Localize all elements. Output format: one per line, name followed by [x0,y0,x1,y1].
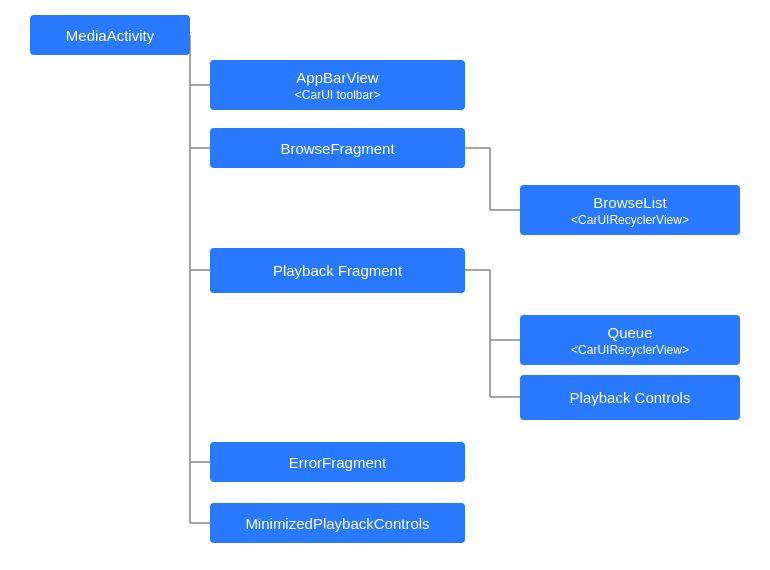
media-activity-label: MediaActivity [66,27,154,44]
queue-label: Queue [607,324,652,341]
error-fragment-label: ErrorFragment [289,454,387,471]
playback-fragment-node: Playback Fragment [210,248,465,293]
app-bar-view-label: AppBarView [296,69,378,86]
browse-list-subtitle: <CarUIRecyclerView> [571,213,689,227]
browse-list-node: BrowseList <CarUIRecyclerView> [520,185,740,235]
browse-fragment-label: BrowseFragment [280,140,394,157]
app-bar-view-subtitle: <CarUI toolbar> [295,88,380,102]
playback-controls-label: Playback Controls [570,389,691,406]
minimized-playback-controls-label: MinimizedPlaybackControls [245,515,429,532]
minimized-playback-controls-node: MinimizedPlaybackControls [210,503,465,543]
browse-fragment-node: BrowseFragment [210,128,465,168]
playback-fragment-label: Playback Fragment [273,262,402,279]
playback-controls-node: Playback Controls [520,375,740,420]
browse-list-label: BrowseList [593,194,666,211]
error-fragment-node: ErrorFragment [210,442,465,482]
queue-node: Queue <CarUIRecyclerView> [520,315,740,365]
diagram-container: MediaActivity AppBarView <CarUI toolbar>… [0,0,770,570]
queue-subtitle: <CarUIRecyclerView> [571,343,689,357]
app-bar-view-node: AppBarView <CarUI toolbar> [210,60,465,110]
media-activity-node: MediaActivity [30,15,190,55]
